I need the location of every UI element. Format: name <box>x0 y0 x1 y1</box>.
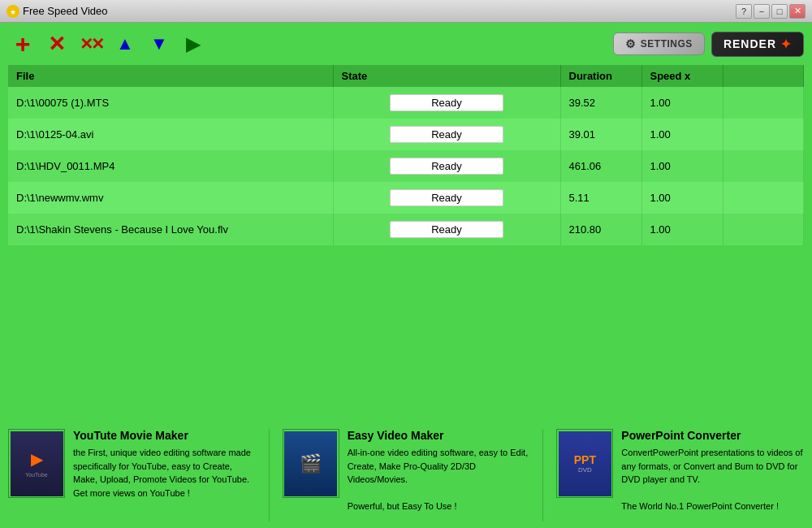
promo-desc-1: the First, unique video editing software… <box>73 446 256 500</box>
cell-speed: 1.00 <box>641 119 723 150</box>
cell-duration: 39.52 <box>560 87 641 119</box>
restore-button[interactable]: □ <box>771 4 788 19</box>
table-body: D:\1\00075 (1).MTSReady39.521.00D:\1\012… <box>8 87 804 245</box>
cell-speed: 1.00 <box>641 87 723 119</box>
gear-icon: ⚙ <box>625 37 637 50</box>
window-controls: ? − □ ✕ <box>736 4 806 19</box>
col-header-duration: Duration <box>560 65 641 87</box>
cell-speed: 1.00 <box>641 150 723 182</box>
cell-duration: 39.01 <box>560 119 641 150</box>
table-row[interactable]: D:\1\00075 (1).MTSReady39.521.00 <box>8 87 804 119</box>
play-icon: ▶ <box>186 32 201 55</box>
title-bar-left: ★ Free Speed Video <box>6 5 108 18</box>
close-button[interactable]: ✕ <box>789 4 806 19</box>
promo-text-1: YouTute Movie Maker the First, unique vi… <box>73 429 256 500</box>
add-icon: + <box>15 31 31 57</box>
cell-speed: 1.00 <box>641 182 723 214</box>
cell-state: Ready <box>333 214 560 245</box>
cell-duration: 5.11 <box>560 182 641 214</box>
title-bar: ★ Free Speed Video ? − □ ✕ <box>0 0 812 23</box>
promo-thumbnail-1[interactable]: YouTube <box>8 429 65 498</box>
promo-title-3[interactable]: PowerPoint Converter <box>621 429 804 442</box>
state-badge: Ready <box>390 126 503 143</box>
state-badge: Ready <box>390 158 503 175</box>
toolbar-right: ⚙ SETTINGS RENDER ✦ <box>613 32 804 57</box>
move-down-button[interactable]: ▼ <box>145 29 174 58</box>
cell-state: Ready <box>333 150 560 182</box>
render-label: RENDER <box>723 37 776 50</box>
cell-duration: 210.80 <box>560 214 641 245</box>
cell-file: D:\1\newwmv.wmv <box>8 182 333 214</box>
promo-item-2: Easy Video Maker All-in-one video editin… <box>283 429 530 522</box>
table-row[interactable]: D:\1\0125-04.aviReady39.011.00 <box>8 119 804 150</box>
render-icon: ✦ <box>780 37 792 52</box>
promo-text-2: Easy Video Maker All-in-one video editin… <box>348 429 530 513</box>
remove-file-button[interactable]: ✕ <box>42 29 71 58</box>
cell-extra <box>723 87 804 119</box>
cell-state: Ready <box>333 87 560 119</box>
toolbar-left: + ✕ ✕✕ ▲ ▼ ▶ <box>8 29 208 58</box>
cell-file: D:\1\0125-04.avi <box>8 119 333 150</box>
play-button[interactable]: ▶ <box>179 29 208 58</box>
promo-title-2[interactable]: Easy Video Maker <box>348 429 530 442</box>
cell-extra <box>723 214 804 245</box>
promo-image-2 <box>284 431 337 496</box>
promo-item-1: YouTube YouTute Movie Maker the First, u… <box>8 429 256 522</box>
toolbar: + ✕ ✕✕ ▲ ▼ ▶ ⚙ SETTINGS RENDER ✦ <box>0 23 812 65</box>
col-header-speed: Speed x <box>641 65 723 87</box>
app-title: Free Speed Video <box>23 5 108 17</box>
app-icon: ★ <box>6 5 19 18</box>
help-button[interactable]: ? <box>736 4 752 19</box>
remove-all-icon: ✕✕ <box>80 34 102 54</box>
add-file-button[interactable]: + <box>8 29 37 58</box>
minimize-button[interactable]: − <box>754 4 770 19</box>
settings-button[interactable]: ⚙ SETTINGS <box>613 32 705 55</box>
cell-file: D:\1\HDV_0011.MP4 <box>8 150 333 182</box>
cell-extra <box>723 119 804 150</box>
promo-thumbnail-2[interactable] <box>283 429 339 498</box>
settings-label: SETTINGS <box>641 38 693 50</box>
promo-divider-1 <box>269 429 270 522</box>
remove-icon: ✕ <box>48 32 66 57</box>
cell-extra <box>723 150 804 182</box>
promo-text-3: PowerPoint Converter ConvertPowerPoint p… <box>621 429 804 513</box>
state-badge: Ready <box>390 189 503 206</box>
file-table: File State Duration Speed x D:\1\00075 (… <box>8 65 804 245</box>
cell-extra <box>723 182 804 214</box>
promo-image-1: YouTube <box>11 431 63 496</box>
promo-image-3: DVD <box>559 431 611 496</box>
promo-divider-2 <box>542 429 543 522</box>
promo-item-3: DVD PowerPoint Converter ConvertPowerPoi… <box>556 429 804 522</box>
promo-thumbnail-3[interactable]: DVD <box>556 429 613 498</box>
svg-text:★: ★ <box>10 8 16 16</box>
move-up-button[interactable]: ▲ <box>110 29 140 58</box>
up-arrow-icon: ▲ <box>116 33 134 54</box>
promo-title-1[interactable]: YouTute Movie Maker <box>73 429 256 442</box>
cell-state: Ready <box>333 119 560 150</box>
cell-duration: 461.06 <box>560 150 641 182</box>
main-area: File State Duration Speed x D:\1\00075 (… <box>0 65 812 422</box>
col-header-extra <box>723 65 804 87</box>
cell-file: D:\1\00075 (1).MTS <box>8 87 333 119</box>
render-button[interactable]: RENDER ✦ <box>711 32 804 57</box>
remove-all-button[interactable]: ✕✕ <box>76 29 106 58</box>
table-row[interactable]: D:\1\Shakin Stevens - Because I Love You… <box>8 214 804 245</box>
state-badge: Ready <box>390 94 503 111</box>
col-header-file: File <box>8 65 333 87</box>
state-badge: Ready <box>390 221 503 238</box>
promo-area: YouTube YouTute Movie Maker the First, u… <box>0 422 812 528</box>
table-row[interactable]: D:\1\newwmv.wmvReady5.111.00 <box>8 182 804 214</box>
table-row[interactable]: D:\1\HDV_0011.MP4Ready461.061.00 <box>8 150 804 182</box>
cell-file: D:\1\Shakin Stevens - Because I Love You… <box>8 214 333 245</box>
promo-desc-2: All-in-one video editing software, easy … <box>348 446 530 513</box>
cell-state: Ready <box>333 182 560 214</box>
down-arrow-icon: ▼ <box>150 33 168 54</box>
promo-desc-3: ConvertPowerPoint presentations to video… <box>621 446 804 513</box>
cell-speed: 1.00 <box>641 214 723 245</box>
col-header-state: State <box>333 65 560 87</box>
